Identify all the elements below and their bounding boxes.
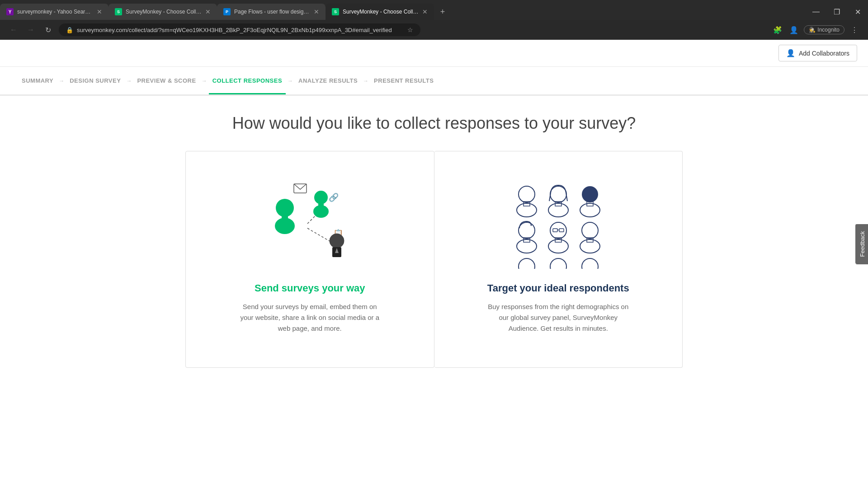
step-analyze[interactable]: ANALYZE RESULTS bbox=[295, 77, 361, 84]
top-bar: 👤 Add Collaborators bbox=[0, 40, 868, 67]
address-icons: ☆ bbox=[407, 26, 413, 33]
svg-point-27 bbox=[519, 222, 535, 239]
bookmark-icon[interactable]: ☆ bbox=[407, 26, 413, 33]
svg-point-44 bbox=[582, 258, 598, 269]
svg-point-28 bbox=[517, 239, 537, 253]
tab-close-yahoo[interactable]: ✕ bbox=[97, 8, 102, 15]
step-present[interactable]: PRESENT RESULTS bbox=[370, 77, 437, 84]
svg-point-22 bbox=[548, 203, 568, 217]
step-label-analyze[interactable]: ANALYZE RESULTS bbox=[295, 77, 361, 84]
tab-sm2[interactable]: S SurveyMonkey - Choose Colle... ✕ bbox=[108, 4, 217, 20]
svg-point-25 bbox=[580, 203, 600, 217]
person-add-icon: 👤 bbox=[786, 49, 795, 57]
step-label-present[interactable]: PRESENT RESULTS bbox=[370, 77, 437, 84]
close-button[interactable]: ✕ bbox=[847, 2, 868, 22]
browser-chrome: Y surveymonkey - Yahoo Search... ✕ S Sur… bbox=[0, 0, 868, 40]
tab-pf[interactable]: P Page Flows - user flow design... ✕ bbox=[217, 4, 326, 20]
svg-rect-12 bbox=[318, 203, 324, 207]
card-title-target: Target your ideal respondents bbox=[487, 282, 629, 294]
tab-label-yahoo: surveymonkey - Yahoo Search... bbox=[17, 9, 93, 15]
tab-close-sm-active[interactable]: ✕ bbox=[422, 8, 428, 15]
svg-point-11 bbox=[313, 205, 329, 218]
new-tab-button[interactable]: + bbox=[436, 5, 449, 19]
svg-point-36 bbox=[582, 222, 598, 239]
send-illustration-svg: 🔗 📋 bbox=[242, 174, 377, 264]
svg-point-13 bbox=[330, 234, 344, 248]
add-collaborators-button[interactable]: 👤 Add Collaborators bbox=[778, 45, 857, 61]
card-desc-send: Send your surveys by email, embed them o… bbox=[237, 301, 382, 334]
address-text: surveymonkey.com/collect/add/?sm=qWCeo19… bbox=[77, 27, 404, 33]
svg-rect-9 bbox=[282, 216, 288, 221]
tab-favicon-sm-active: S bbox=[332, 8, 339, 15]
incognito-label: Incognito bbox=[817, 27, 840, 33]
window-controls: — ❐ ✕ bbox=[806, 2, 868, 22]
tab-label-sm2: SurveyMonkey - Choose Colle... bbox=[126, 9, 202, 15]
incognito-icon: 🕵 bbox=[809, 27, 816, 33]
arrow-4: → bbox=[288, 78, 293, 84]
card-target[interactable]: Target your ideal respondents Buy respon… bbox=[434, 151, 683, 368]
refresh-button[interactable]: ↻ bbox=[42, 23, 54, 36]
incognito-badge[interactable]: 🕵 Incognito bbox=[804, 25, 844, 34]
target-illustration bbox=[448, 169, 669, 269]
step-collect[interactable]: COLLECT RESPONSES bbox=[209, 68, 286, 93]
step-summary[interactable]: SUMMARY bbox=[18, 77, 57, 84]
menu-button[interactable]: ⋮ bbox=[848, 23, 861, 36]
arrow-1: → bbox=[59, 78, 64, 84]
svg-point-41 bbox=[550, 258, 566, 269]
svg-point-39 bbox=[519, 258, 535, 269]
svg-rect-32 bbox=[559, 229, 564, 232]
feedback-tab[interactable]: Feedback bbox=[855, 224, 868, 264]
profile-button[interactable]: 👤 bbox=[788, 23, 800, 36]
tab-favicon-pf: P bbox=[223, 8, 231, 15]
add-collaborators-label: Add Collaborators bbox=[799, 50, 849, 57]
step-label-summary[interactable]: SUMMARY bbox=[18, 77, 57, 84]
send-surveys-illustration: 🔗 📋 bbox=[199, 169, 420, 269]
page: 👤 Add Collaborators SUMMARY → DESIGN SUR… bbox=[0, 40, 868, 386]
tab-label-pf: Page Flows - user flow design... bbox=[234, 9, 310, 15]
svg-point-37 bbox=[580, 239, 600, 253]
cards-container: 🔗 📋 bbox=[185, 151, 683, 368]
target-illustration-svg bbox=[491, 169, 626, 269]
step-preview[interactable]: PREVIEW & SCORE bbox=[133, 77, 199, 84]
arrow-3: → bbox=[202, 78, 207, 84]
tab-favicon-sm2: S bbox=[115, 8, 122, 15]
main-content: How would you like to collect responses … bbox=[0, 96, 868, 386]
tab-favicon-yahoo: Y bbox=[6, 8, 14, 15]
svg-point-24 bbox=[582, 186, 598, 202]
arrow-5: → bbox=[363, 78, 368, 84]
browser-actions: 🧩 👤 🕵 Incognito ⋮ bbox=[771, 23, 861, 36]
maximize-button[interactable]: ❐ bbox=[826, 2, 847, 22]
address-field[interactable]: 🔒 surveymonkey.com/collect/add/?sm=qWCeo… bbox=[59, 23, 420, 36]
step-label-design[interactable]: DESIGN SURVEY bbox=[66, 77, 124, 84]
svg-point-10 bbox=[314, 191, 328, 204]
card-send-surveys[interactable]: 🔗 📋 bbox=[185, 151, 434, 368]
address-bar-row: ← → ↻ 🔒 surveymonkey.com/collect/add/?sm… bbox=[0, 20, 868, 40]
extensions-button[interactable]: 🧩 bbox=[771, 23, 784, 36]
svg-point-7 bbox=[276, 199, 294, 217]
forward-button[interactable]: → bbox=[24, 23, 37, 36]
svg-text:🔗: 🔗 bbox=[329, 192, 339, 202]
step-label-preview[interactable]: PREVIEW & SCORE bbox=[133, 77, 199, 84]
svg-point-16 bbox=[519, 186, 535, 202]
svg-point-34 bbox=[548, 239, 568, 253]
page-title: How would you like to collect responses … bbox=[27, 114, 841, 133]
tab-bar: Y surveymonkey - Yahoo Search... ✕ S Sur… bbox=[0, 0, 868, 20]
step-label-collect[interactable]: COLLECT RESPONSES bbox=[209, 68, 286, 94]
tab-close-pf[interactable]: ✕ bbox=[314, 8, 319, 15]
svg-point-19 bbox=[550, 186, 566, 202]
tab-label-sm-active: SurveyMonkey - Choose Colle... bbox=[343, 9, 419, 15]
minimize-button[interactable]: — bbox=[806, 2, 826, 22]
nav-steps: SUMMARY → DESIGN SURVEY → PREVIEW & SCOR… bbox=[0, 67, 868, 96]
arrow-2: → bbox=[126, 78, 132, 84]
tab-yahoo[interactable]: Y surveymonkey - Yahoo Search... ✕ bbox=[0, 4, 108, 20]
card-title-send: Send surveys your way bbox=[255, 282, 365, 294]
svg-point-17 bbox=[517, 203, 537, 217]
tab-close-sm2[interactable]: ✕ bbox=[205, 8, 211, 15]
step-design[interactable]: DESIGN SURVEY bbox=[66, 77, 124, 84]
card-desc-target: Buy responses from the right demographic… bbox=[486, 301, 631, 334]
back-button[interactable]: ← bbox=[7, 23, 20, 36]
tab-sm-active[interactable]: S SurveyMonkey - Choose Colle... ✕ bbox=[326, 4, 434, 20]
svg-rect-31 bbox=[553, 229, 557, 232]
